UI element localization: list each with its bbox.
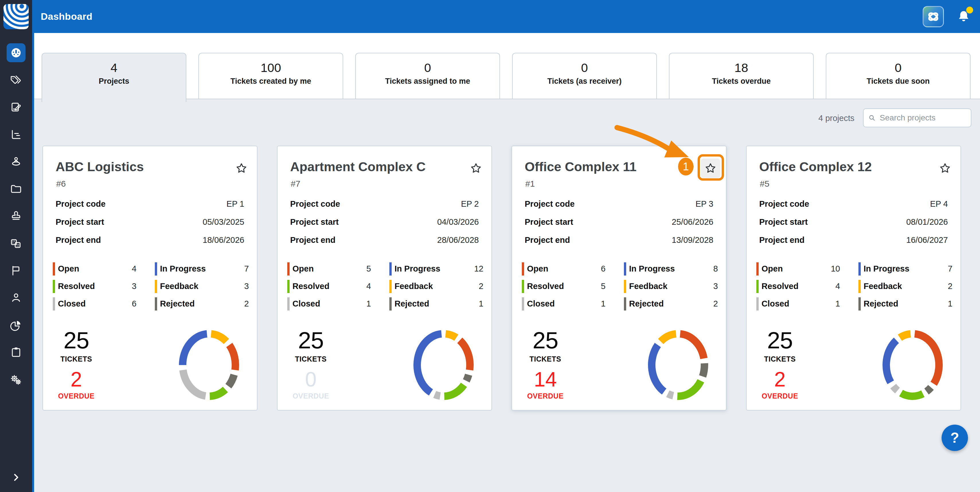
status-label: Closed [293, 299, 320, 309]
apps-knot-icon[interactable] [923, 6, 944, 27]
sidebar-item-clipboard[interactable] [0, 339, 32, 366]
stats-tabs: 4Projects100Tickets created by me0Ticket… [41, 53, 970, 102]
app-logo[interactable] [0, 0, 32, 33]
project-card-office-complex-12[interactable]: Office Complex 12#5Project codeEP 4Proje… [746, 146, 961, 411]
project-end-label: Project end [290, 236, 336, 245]
stamp-icon [9, 209, 23, 223]
projects-count: 4 projects [818, 113, 854, 123]
search-box[interactable] [863, 108, 971, 127]
stat-tab-projects[interactable]: 4Projects [41, 53, 186, 102]
project-cards: ABC Logistics#6Project codeEP 1Project s… [43, 146, 961, 411]
status-in_progress: In Progress7 [155, 260, 249, 277]
stat-tab-tickets-as-receiver[interactable]: 0Tickets (as receiver) [512, 53, 657, 99]
project-code-row: Project codeEP 3 [525, 195, 713, 213]
status-count: 10 [831, 264, 840, 274]
donut-segment-in_progress [417, 334, 442, 392]
stat-label: Tickets (as receiver) [513, 77, 656, 86]
favorite-star-button-office-complex-11[interactable] [701, 159, 720, 178]
donut-segment-closed [893, 386, 897, 390]
donut-segment-open [680, 334, 704, 358]
sidebar-accent-stripe [32, 0, 34, 492]
project-card-office-complex-11[interactable]: Office Complex 11#1Project codeEP 3Proje… [512, 146, 727, 411]
status-color-bar [389, 297, 391, 310]
status-label: Rejected [629, 299, 664, 309]
sidebar-item-report-chart[interactable] [0, 121, 32, 148]
sidebar-expand-button[interactable] [0, 467, 32, 487]
status-label: Open [527, 264, 548, 274]
ticket-totals: 25TICKETS2OVERDUE [47, 329, 105, 400]
stat-tab-tickets-due-soon[interactable]: 0Tickets due soon [826, 53, 970, 99]
status-label: Closed [527, 299, 555, 309]
status-count: 1 [366, 299, 371, 309]
sidebar-item-buildings[interactable] [0, 230, 32, 257]
ticket-totals: 25TICKETS14OVERDUE [516, 329, 574, 400]
stat-label: Projects [42, 77, 186, 86]
status-count: 1 [948, 299, 953, 309]
status-in_progress: In Progress8 [624, 260, 718, 277]
status-color-bar [287, 280, 290, 293]
stat-tab-tickets-created-by-me[interactable]: 100Tickets created by me [199, 53, 343, 99]
status-resolved: Resolved4 [756, 277, 840, 295]
stat-tab-tickets-assigned-to-me[interactable]: 0Tickets assigned to me [355, 53, 500, 99]
status-label: In Progress [395, 264, 441, 274]
sidebar-item-user[interactable] [0, 284, 32, 311]
top-bar: Dashboard [0, 0, 980, 33]
ticket-status-legend: Open5In Progress12Resolved4Feedback2Clos… [287, 260, 484, 312]
buildings-icon [9, 237, 23, 250]
overdue-total: 2 [751, 369, 809, 390]
ticket-status-donut-chart [635, 322, 721, 408]
status-count: 8 [713, 264, 718, 274]
project-start-row: Project start04/03/2026 [290, 213, 479, 231]
status-count: 6 [601, 264, 606, 274]
status-color-bar [756, 297, 759, 310]
sidebar-item-dashboard[interactable] [0, 39, 32, 66]
status-open: Open10 [756, 260, 840, 277]
sidebar-item-pie-chart[interactable] [0, 311, 32, 339]
status-label: Rejected [864, 299, 898, 309]
tickets-caption: TICKETS [751, 355, 809, 363]
sidebar-item-flag[interactable] [0, 257, 32, 284]
status-feedback: Feedback3 [624, 277, 718, 295]
donut-segment-feedback [445, 334, 456, 338]
page-title: Dashboard [41, 0, 92, 33]
status-color-bar [858, 280, 861, 293]
project-start-label: Project start [759, 217, 808, 227]
stat-label: Tickets created by me [199, 77, 343, 86]
project-start-row: Project start05/03/2025 [56, 213, 244, 231]
status-open: Open6 [522, 260, 606, 277]
project-info-rows: Project codeEP 4Project start08/01/2026P… [759, 195, 948, 249]
project-title: Office Complex 12 [759, 159, 872, 174]
status-color-bar [858, 297, 861, 310]
sidebar-item-contract-sign[interactable] [0, 94, 32, 121]
notifications-bell-icon[interactable] [955, 8, 972, 25]
sidebar-item-tags[interactable] [0, 66, 32, 94]
overdue-caption: OVERDUE [282, 392, 340, 400]
sidebar-item-folder[interactable] [0, 175, 32, 202]
donut-segment-open [460, 340, 470, 370]
sidebar-item-settings-gears[interactable] [0, 366, 32, 393]
status-label: Open [762, 264, 783, 274]
stat-value: 0 [513, 61, 656, 75]
donut-segment-rejected [927, 387, 931, 392]
tickets-caption: TICKETS [47, 355, 105, 363]
favorite-star-button-office-complex-12[interactable] [935, 159, 955, 178]
sidebar-item-person-location[interactable] [0, 148, 32, 175]
favorite-star-button-abc-logistics[interactable] [232, 159, 251, 178]
stat-tab-tickets-overdue[interactable]: 18Tickets overdue [669, 53, 814, 99]
status-color-bar [287, 297, 290, 310]
overdue-caption: OVERDUE [751, 392, 809, 400]
status-color-bar [522, 297, 524, 310]
project-end-label: Project end [525, 236, 570, 245]
search-input[interactable] [879, 113, 966, 123]
donut-segment-open [229, 345, 235, 370]
donut-segment-open [915, 334, 939, 384]
favorite-star-button-apartment-complex-c[interactable] [466, 159, 486, 178]
project-card-abc-logistics[interactable]: ABC Logistics#6Project codeEP 1Project s… [43, 146, 258, 411]
project-code-value: EP 2 [461, 199, 479, 209]
status-count: 3 [713, 282, 718, 291]
spiral-waves-logo-icon [3, 4, 29, 29]
status-label: Open [293, 264, 314, 274]
help-button[interactable]: ? [942, 425, 968, 451]
sidebar-item-stamp[interactable] [0, 202, 32, 230]
project-card-apartment-complex-c[interactable]: Apartment Complex C#7Project codeEP 2Pro… [277, 146, 492, 411]
